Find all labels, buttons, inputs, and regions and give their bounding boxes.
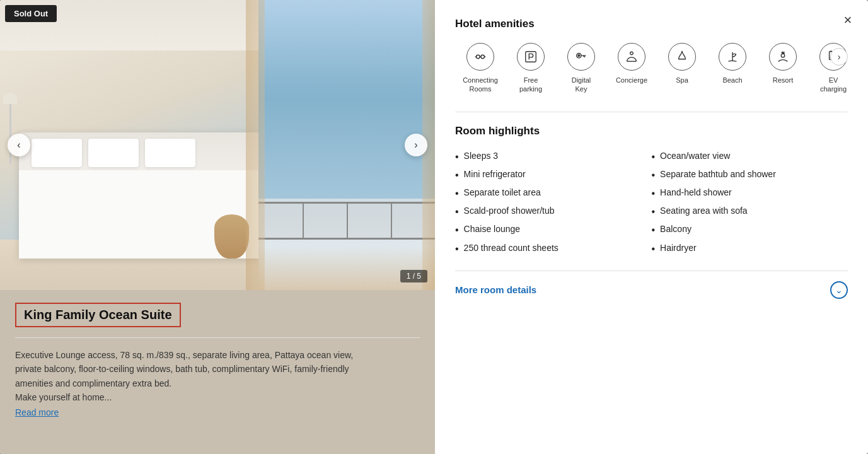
svg-point-5 bbox=[630, 52, 634, 55]
amenity-connecting-rooms: ConnectingRooms bbox=[455, 43, 506, 94]
digital-key-icon bbox=[567, 43, 595, 71]
room-description: Executive Lounge access, 78 sq. m./839 s… bbox=[15, 348, 420, 405]
amenity-spa: Spa bbox=[657, 43, 707, 84]
prev-image-button[interactable]: ‹ bbox=[8, 134, 30, 156]
highlight-balcony: Balcony bbox=[652, 221, 848, 239]
room-title-box: King Family Ocean Suite bbox=[15, 303, 181, 327]
highlight-handheld-shower: Hand-held shower bbox=[652, 184, 848, 202]
divider bbox=[15, 337, 420, 338]
beach-icon bbox=[719, 43, 746, 71]
highlight-ocean-view: Ocean/water view bbox=[652, 148, 848, 166]
room-image: Sold Out ‹ › 1 / 5 bbox=[0, 0, 435, 290]
svg-point-4 bbox=[578, 55, 580, 57]
close-button[interactable]: × bbox=[838, 10, 858, 30]
highlights-grid: Sleeps 3 Mini refrigerator Separate toil… bbox=[455, 148, 848, 258]
resort-icon bbox=[769, 43, 797, 71]
room-title: King Family Ocean Suite bbox=[24, 308, 172, 322]
connecting-rooms-label: ConnectingRooms bbox=[463, 76, 498, 94]
ev-charging-label: EVcharging bbox=[820, 76, 847, 94]
highlight-toilet-area: Separate toilet area bbox=[455, 184, 652, 202]
beach-label: Beach bbox=[722, 76, 742, 84]
image-counter: 1 / 5 bbox=[400, 270, 427, 282]
highlight-scald-proof: Scald-proof shower/tub bbox=[455, 202, 652, 221]
svg-point-0 bbox=[477, 55, 480, 59]
svg-point-1 bbox=[481, 55, 485, 59]
highlight-mini-fridge: Mini refrigerator bbox=[455, 166, 652, 184]
left-panel: Sold Out ‹ › 1 / 5 King Family Ocean Sui… bbox=[0, 0, 435, 454]
concierge-icon bbox=[618, 43, 645, 71]
spa-icon bbox=[668, 43, 696, 71]
resort-label: Resort bbox=[773, 76, 793, 84]
highlight-chaise: Chaise lounge bbox=[455, 221, 652, 239]
more-details-label: More room details bbox=[455, 284, 536, 295]
chevron-down-icon: ⌄ bbox=[830, 281, 848, 299]
highlight-seating-area: Seating area with sofa bbox=[652, 202, 848, 221]
more-room-details[interactable]: More room details ⌄ bbox=[455, 271, 848, 299]
read-more-link[interactable]: Read more bbox=[15, 407, 59, 417]
room-detail-modal: Sold Out ‹ › 1 / 5 King Family Ocean Sui… bbox=[0, 0, 868, 454]
connecting-rooms-icon bbox=[466, 43, 494, 71]
room-info: King Family Ocean Suite Executive Lounge… bbox=[0, 290, 435, 431]
amenity-concierge: Concierge bbox=[606, 43, 657, 84]
sold-out-badge: Sold Out bbox=[5, 5, 57, 22]
next-image-button[interactable]: › bbox=[405, 134, 427, 156]
highlight-sleeps-3: Sleeps 3 bbox=[455, 148, 652, 166]
highlights-right: Ocean/water view Separate bathtub and sh… bbox=[652, 148, 848, 258]
room-highlights-title: Room highlights bbox=[455, 125, 848, 137]
amenities-next-button[interactable]: › bbox=[830, 48, 848, 66]
free-parking-icon bbox=[517, 43, 545, 71]
amenity-free-parking: Freeparking bbox=[506, 43, 556, 94]
spa-label: Spa bbox=[676, 76, 688, 84]
concierge-label: Concierge bbox=[616, 76, 647, 84]
amenities-row: ConnectingRooms Freeparking bbox=[455, 43, 848, 94]
free-parking-label: Freeparking bbox=[519, 76, 542, 94]
svg-point-7 bbox=[781, 54, 785, 57]
highlights-left: Sleeps 3 Mini refrigerator Separate toil… bbox=[455, 148, 652, 258]
digital-key-label: DigitalKey bbox=[572, 76, 591, 94]
highlight-bathtub-shower: Separate bathtub and shower bbox=[652, 166, 848, 184]
highlight-hairdryer: Hairdryer bbox=[652, 240, 848, 258]
hotel-amenities-title: Hotel amenities bbox=[455, 18, 848, 30]
svg-rect-2 bbox=[526, 52, 536, 62]
amenity-digital-key: DigitalKey bbox=[556, 43, 606, 94]
amenity-beach: Beach bbox=[707, 43, 758, 84]
right-panel: × Hotel amenities ConnectingRooms bbox=[435, 0, 868, 454]
highlight-sheets: 250 thread count sheets bbox=[455, 240, 652, 258]
amenity-resort: Resort bbox=[758, 43, 808, 84]
room-highlights-section: Room highlights Sleeps 3 Mini refrigerat… bbox=[455, 112, 848, 258]
